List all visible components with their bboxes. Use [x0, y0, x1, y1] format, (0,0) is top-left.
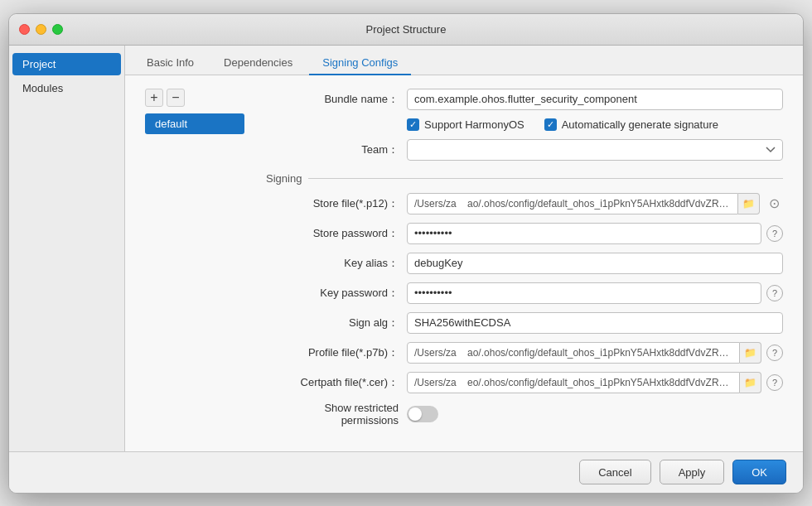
team-select[interactable]: [407, 139, 783, 161]
sign-alg-label: Sign alg：: [266, 316, 407, 330]
ok-button[interactable]: OK: [732, 460, 786, 484]
certpath-file-help-icon[interactable]: ?: [766, 374, 783, 391]
signing-divider-line: [308, 178, 783, 179]
store-password-input[interactable]: [407, 223, 761, 244]
apply-button[interactable]: Apply: [660, 460, 725, 484]
bundle-name-input[interactable]: [407, 89, 783, 110]
key-password-help-icon[interactable]: ?: [766, 285, 783, 301]
sign-alg-input[interactable]: [407, 312, 783, 334]
sidebar: Project Modules: [9, 46, 125, 451]
key-alias-label: Key alias：: [266, 256, 407, 271]
right-panel: Basic Info Dependencies Signing Configs …: [125, 46, 803, 451]
form-section: Bundle name： Support HarmonyOS Aut: [253, 89, 783, 435]
sign-alg-row: Sign alg：: [266, 312, 783, 334]
remove-config-button[interactable]: −: [167, 89, 185, 107]
profile-file-row: Profile file(*.p7b)： 📁 ?: [266, 342, 783, 364]
team-row: Team：: [266, 139, 783, 161]
config-list-panel: + − default: [145, 89, 253, 435]
footer: Cancel Apply OK: [9, 451, 803, 493]
store-file-label: Store file(*.p12)：: [266, 196, 407, 211]
certpath-file-wrap: 📁: [407, 372, 761, 393]
sidebar-item-modules[interactable]: Modules: [12, 77, 121, 99]
fingerprint-icon[interactable]: ⊙: [765, 195, 783, 213]
key-alias-input[interactable]: [407, 253, 783, 274]
sidebar-item-project[interactable]: Project: [12, 53, 121, 75]
toggle-knob: [408, 407, 422, 421]
profile-file-browse-button[interactable]: 📁: [740, 342, 761, 364]
cancel-button[interactable]: Cancel: [579, 460, 650, 484]
store-file-input[interactable]: [407, 193, 738, 214]
profile-file-help-icon[interactable]: ?: [766, 345, 783, 361]
tab-signing-configs[interactable]: Signing Configs: [309, 51, 411, 75]
key-password-label: Key password：: [266, 286, 407, 301]
checkboxes-row: Support HarmonyOS Automatically generate…: [407, 118, 783, 131]
window-title: Project Structure: [366, 23, 447, 36]
traffic-lights: [19, 24, 63, 35]
maximize-button[interactable]: [52, 24, 63, 35]
certpath-file-input[interactable]: [407, 372, 740, 393]
store-password-help-icon[interactable]: ?: [766, 225, 783, 242]
close-button[interactable]: [19, 24, 30, 35]
store-file-browse-button[interactable]: 📁: [738, 193, 760, 214]
key-password-row: Key password： ?: [266, 282, 783, 304]
content-area: + − default Bundle name：: [125, 75, 803, 451]
titlebar: Project Structure: [9, 14, 803, 46]
auto-sign-checkbox[interactable]: Automatically generate signature: [544, 118, 718, 131]
certpath-file-row: Certpath file(*.cer)： 📁 ?: [266, 372, 783, 393]
project-structure-window: Project Structure Project Modules Basic …: [8, 13, 804, 494]
show-restricted-row: Show restricted permissions: [266, 402, 783, 426]
store-password-label: Store password：: [266, 226, 407, 241]
tab-basic-info[interactable]: Basic Info: [133, 51, 207, 75]
team-label: Team：: [266, 142, 407, 157]
add-config-button[interactable]: +: [145, 89, 163, 107]
show-restricted-toggle[interactable]: [407, 406, 438, 422]
auto-sign-check-icon: [544, 118, 557, 131]
show-restricted-label: Show restricted permissions: [266, 402, 407, 426]
store-file-wrap: 📁: [407, 193, 760, 214]
key-password-input[interactable]: [407, 282, 761, 304]
bundle-name-row: Bundle name：: [266, 89, 783, 110]
config-list-header: + −: [145, 89, 253, 107]
profile-file-label: Profile file(*.p7b)：: [266, 345, 407, 360]
certpath-file-label: Certpath file(*.cer)：: [266, 375, 407, 390]
signing-section-divider: Signing: [266, 172, 783, 185]
tab-dependencies[interactable]: Dependencies: [210, 51, 306, 75]
bundle-name-label: Bundle name：: [266, 92, 407, 107]
support-harmonyos-checkbox[interactable]: Support HarmonyOS: [407, 118, 524, 131]
key-alias-row: Key alias：: [266, 253, 783, 274]
config-body: + − default Bundle name：: [145, 89, 783, 435]
minimize-button[interactable]: [36, 24, 46, 35]
store-password-row: Store password： ?: [266, 223, 783, 244]
main-content: Project Modules Basic Info Dependencies …: [9, 46, 803, 451]
config-item-default[interactable]: default: [145, 113, 244, 134]
support-harmonyos-check-icon: [407, 118, 419, 131]
certpath-file-browse-button[interactable]: 📁: [740, 372, 761, 393]
store-file-row: Store file(*.p12)： 📁 ⊙: [266, 193, 783, 214]
signing-section-label: Signing: [266, 172, 302, 185]
profile-file-wrap: 📁: [407, 342, 761, 364]
profile-file-input[interactable]: [407, 342, 740, 364]
tabs-bar: Basic Info Dependencies Signing Configs: [125, 46, 803, 75]
